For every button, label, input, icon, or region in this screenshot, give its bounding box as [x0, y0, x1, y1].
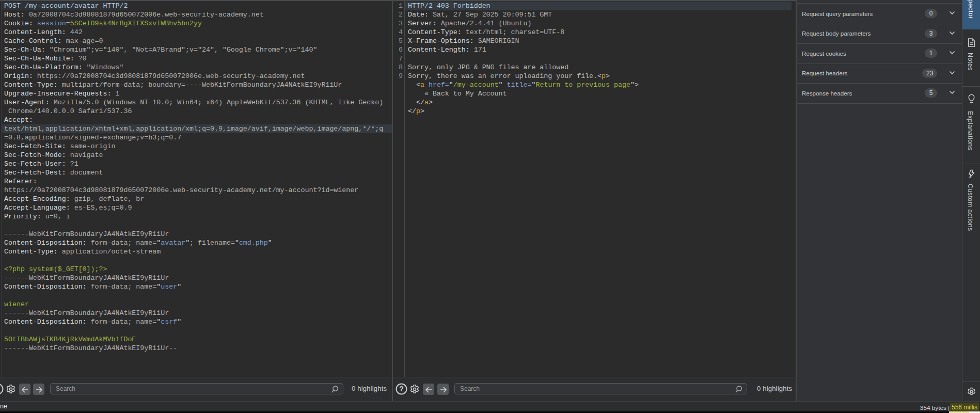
svg-text:?: ?	[399, 385, 404, 393]
